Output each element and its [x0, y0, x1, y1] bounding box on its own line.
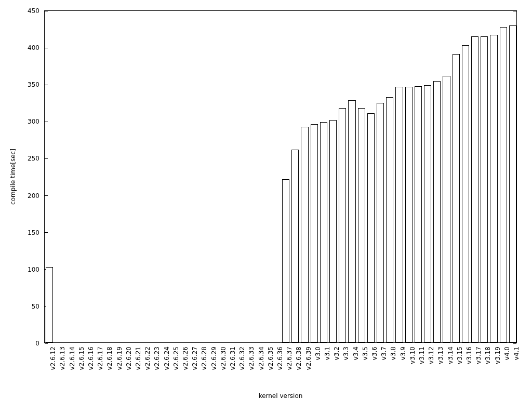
x-tick-label: v3.17 — [475, 347, 482, 364]
x-tick-label: v3.6 — [371, 347, 378, 360]
x-axis-title: kernel version — [259, 392, 303, 399]
x-tick-label: v2.6.20 — [125, 347, 132, 370]
x-tick-label: v3.1 — [324, 347, 331, 360]
bar — [424, 85, 431, 342]
x-tick-label: v2.6.13 — [59, 347, 66, 370]
x-tick-label: v2.6.38 — [295, 347, 302, 370]
x-tick-label: v3.11 — [418, 347, 425, 364]
y-tick-label: 300 — [28, 118, 45, 125]
x-tick-label: v2.6.14 — [69, 347, 76, 370]
x-tick-label: v2.6.25 — [172, 347, 180, 370]
x-tick-label: v3.10 — [409, 347, 416, 364]
x-tick-label: v2.6.36 — [276, 347, 284, 370]
bar — [481, 36, 488, 342]
x-tick-label: v3.12 — [428, 347, 435, 364]
x-tick-label: v2.6.12 — [49, 347, 57, 370]
x-tick-label: v3.8 — [390, 347, 397, 360]
x-tick-label: v2.6.33 — [248, 347, 255, 370]
x-tick-label: v3.0 — [314, 347, 322, 360]
x-tick-label: v2.6.19 — [116, 347, 123, 370]
bar — [282, 179, 289, 342]
bar — [311, 124, 318, 342]
bar — [500, 27, 507, 342]
y-tick-mark — [45, 85, 48, 85]
y-tick-label: 250 — [28, 155, 45, 162]
bar — [433, 81, 441, 342]
x-tick-label: v3.7 — [380, 347, 388, 360]
x-tick-label: v2.6.31 — [229, 347, 236, 370]
x-tick-label: v3.14 — [447, 347, 454, 364]
x-tick-label: v2.6.28 — [201, 347, 208, 370]
bar — [291, 150, 299, 342]
x-tick-label: v2.6.23 — [153, 347, 161, 370]
x-tick-label: v2.6.30 — [220, 347, 227, 370]
bar — [462, 45, 469, 342]
bar — [358, 108, 365, 342]
bar — [301, 127, 308, 342]
bar — [320, 122, 327, 342]
bar — [415, 86, 422, 343]
x-tick-label: v2.6.29 — [210, 347, 218, 370]
y-tick-label: 100 — [28, 266, 45, 273]
x-tick-label: v2.6.17 — [97, 347, 104, 370]
bar — [367, 113, 375, 342]
x-tick-label: v2.6.26 — [182, 347, 189, 370]
x-tick-label: v3.5 — [362, 347, 369, 360]
figure: 050100150200250300350400450v2.6.12v2.6.1… — [0, 0, 532, 399]
y-tick-label: 350 — [28, 81, 45, 88]
y-tick-mark — [513, 11, 516, 11]
bar — [348, 100, 355, 342]
x-tick-label: v3.2 — [333, 347, 340, 360]
bar — [490, 35, 497, 342]
bar — [395, 87, 403, 342]
bar — [329, 120, 337, 342]
y-tick-mark — [45, 122, 48, 122]
bar — [509, 25, 516, 342]
x-tick-label: v2.6.16 — [87, 347, 95, 370]
bar — [453, 54, 460, 342]
y-tick-mark — [45, 232, 48, 233]
plot-area: 050100150200250300350400450v2.6.12v2.6.1… — [44, 10, 517, 343]
x-tick-label: v3.19 — [494, 347, 501, 364]
y-tick-label: 450 — [28, 7, 45, 15]
y-tick-label: 200 — [28, 192, 45, 200]
y-tick-label: 400 — [28, 44, 45, 51]
y-tick-mark — [45, 158, 48, 159]
x-tick-label: v2.6.15 — [78, 347, 85, 370]
y-tick-mark — [45, 48, 48, 48]
x-tick-label: v3.16 — [466, 347, 473, 364]
x-tick-label: v2.6.34 — [258, 347, 265, 370]
y-tick-label: 150 — [28, 229, 45, 236]
bar — [443, 76, 450, 342]
x-tick-label: v3.13 — [437, 347, 444, 364]
x-tick-label: v2.6.27 — [191, 347, 198, 370]
y-tick-mark — [45, 11, 48, 11]
x-tick-label: v2.6.21 — [135, 347, 142, 370]
y-tick-mark — [513, 343, 516, 344]
x-tick-label: v2.6.24 — [163, 347, 170, 370]
bar — [471, 36, 478, 342]
bar — [377, 103, 384, 342]
x-tick-label: v2.6.39 — [305, 347, 312, 370]
x-tick-label: v3.15 — [456, 347, 463, 364]
x-tick-label: v4.1 — [513, 347, 520, 360]
x-tick-label: v2.6.22 — [144, 347, 151, 370]
y-tick-mark — [45, 343, 48, 344]
y-tick-label: 50 — [32, 303, 45, 310]
bar — [405, 87, 413, 342]
x-tick-label: v2.6.35 — [267, 347, 274, 370]
x-tick-label: v2.6.32 — [238, 347, 246, 370]
bar — [339, 108, 346, 342]
bar — [386, 97, 393, 342]
x-tick-label: v3.3 — [342, 347, 350, 360]
x-tick-label: v3.9 — [400, 347, 407, 360]
y-tick-label: 0 — [35, 340, 45, 347]
x-tick-label: v2.6.18 — [106, 347, 113, 370]
x-tick-label: v3.4 — [352, 347, 360, 360]
bar — [46, 267, 53, 342]
x-tick-label: v3.18 — [484, 347, 491, 364]
x-tick-label: v2.6.37 — [286, 347, 293, 370]
x-tick-label: v4.0 — [503, 347, 511, 360]
y-tick-mark — [45, 195, 48, 196]
y-axis-title: compile time[sec] — [9, 149, 17, 205]
